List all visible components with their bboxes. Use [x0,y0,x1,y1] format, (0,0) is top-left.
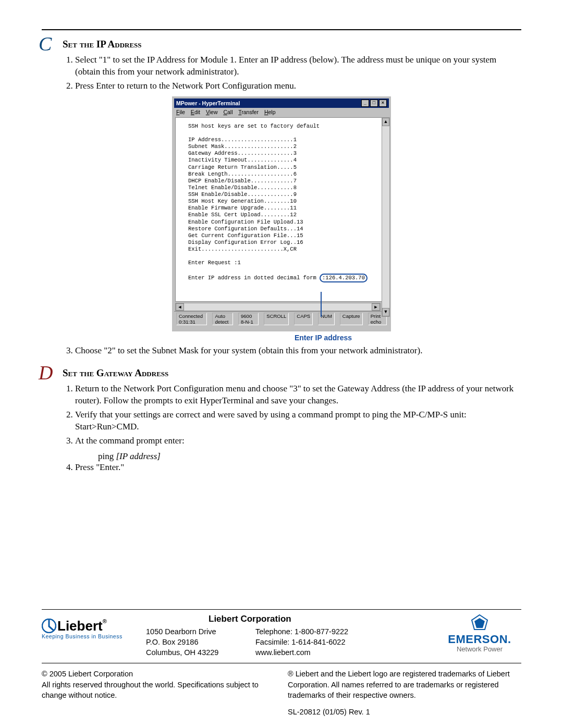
opt-10: SSH Host Key Generation........10 [188,198,297,204]
section-c: C Set the IP Address Select "1" to set t… [42,39,521,357]
section-d-step-3: At the command prompt enter: [75,435,521,447]
hyperterminal-titlebar: MPower - HyperTerminal _ □ × [174,98,389,108]
section-c-letter: C [39,32,52,55]
opt-4: Inactivity Timeout..............4 [188,157,297,163]
terminal-pane[interactable]: SSH host keys are set to factory default… [175,117,388,302]
status-bar: Connected 0:31:31 Auto detect 9600 8-N-1… [174,311,389,326]
opt-8: Telnet Enable/Disable...........8 [188,184,297,191]
section-c-heading: Set the IP Address [63,39,521,50]
section-c-steps-cont: Choose "2" to set the Subnet Mask for yo… [63,345,521,357]
callout-connector [321,292,322,317]
legal-block: © 2005 Liebert Corporation All rights re… [42,663,521,717]
hyperterminal-window: MPower - HyperTerminal _ □ × File Edit V… [172,96,391,331]
section-d-step-3-text: At the command prompt enter: [75,436,185,446]
menu-file[interactable]: File [176,109,185,115]
section-d-step-4: Press "Enter." [75,462,521,474]
corp-tel: Telephone: 1-800-877-9222 [255,626,365,637]
opt-17: Exit.........................X,CR [188,246,297,252]
section-c-step-2: Press Enter to return to the Network Por… [75,80,521,92]
emerson-mark-icon [471,614,488,632]
menu-call[interactable]: Call [223,109,232,115]
opt-7: DHCP Enable/Disable.............7 [188,178,297,184]
menu-transfer[interactable]: Transfer [238,109,259,115]
scroll-up-icon[interactable]: ▲ [382,118,389,126]
section-c-step-3: Choose "2" to set the Subnet Mask for yo… [75,345,521,357]
opt-6: Break Length....................6 [188,171,297,177]
window-controls: _ □ × [361,100,387,107]
section-d-step-1: Return to the Network Port Configuration… [75,383,521,407]
opt-12: Enable SSL Cert Upload.........12 [188,212,297,218]
ping-cmd-a: ping [98,451,116,461]
status-baud: 9600 8-N-1 [238,313,259,325]
section-d-step-2: Verify that your settings are correct an… [75,409,521,433]
section-d-heading: Set the Gateway Address [63,367,521,379]
section-c-steps: Select "1" to set the IP Address for Mod… [63,54,521,92]
emerson-logo: EMERSON. Network Power [438,614,521,653]
scroll-down-icon[interactable]: ▼ [382,308,389,316]
corp-fax: Facsimile: 1-614-841-6022 [255,637,365,647]
legal-right: ® Liebert and the Liebert logo are regis… [288,669,521,717]
section-c-step-1: Select "1" to set the IP Address for Mod… [75,54,521,78]
opt-5: Carriage Return Translation.....5 [188,164,297,170]
opt-2: Subnet Mask.....................2 [188,143,297,150]
corp-address: 1050 Dearborn Drive P.O. Box 29186 Colum… [146,626,255,658]
enter-request-line: Enter Request :1 [188,260,241,266]
status-autodetect: Auto detect [212,313,233,325]
section-d-steps-cont: Press "Enter." [63,462,521,474]
ip-value: :126.4.203.70 [322,275,365,281]
terminal-intro: SSH host keys are set to factory default [188,123,320,129]
doc-number: SL-20812 (01/05) Rev. 1 [288,707,521,717]
emerson-name: EMERSON. [438,633,521,646]
status-scroll: SCROLL [264,313,289,325]
trademark-note: ® Liebert and the Liebert logo are regis… [288,669,521,700]
status-capture: Capture [340,313,363,325]
maximize-icon[interactable]: □ [370,100,378,107]
ping-command: ping [IP address] [98,451,521,462]
hyperterminal-title-text: MPower - HyperTerminal [176,100,240,106]
opt-1: IP Address......................1 [188,137,297,143]
menu-view[interactable]: View [206,109,218,115]
opt-9: SSH Enable/Disable..............9 [188,191,297,198]
section-d: D Set the Gateway Address Return to the … [42,367,521,474]
ip-prompt-prefix: Enter IP address in dotted decimal form [188,275,320,281]
corp-info: Liebert Corporation 1050 Dearborn Drive … [146,614,438,658]
opt-15: Get Current Configuration File...15 [188,232,303,239]
liebert-wordmark: Liebert® [57,618,107,634]
section-d-steps: Return to the Network Port Configuration… [63,383,521,447]
hyperterminal-menu: File Edit View Call Transfer Help [174,108,389,116]
legal-left: © 2005 Liebert Corporation All rights re… [42,669,275,717]
liebert-mark-icon [42,619,56,633]
opt-11: Enable Firmware Upgrade........11 [188,205,297,211]
addr-2: P.O. Box 29186 [146,637,255,647]
ip-value-highlight: :126.4.203.70 [320,274,368,282]
opt-16: Display Configuration Error Log..16 [188,239,303,245]
ip-callout-label: Enter IP address [125,334,521,342]
close-icon[interactable]: × [379,100,387,107]
corp-contact: Telephone: 1-800-877-9222 Facsimile: 1-6… [255,626,365,658]
opt-3: Gateway Address.................3 [188,150,297,156]
liebert-logo: Liebert® Keeping Business in Business [42,614,146,639]
scroll-left-icon[interactable]: ◄ [176,303,184,311]
corp-heading: Liebert Corporation [209,614,438,624]
corp-web: www.liebert.com [255,647,365,658]
horizontal-scrollbar[interactable]: ◄ ► [175,303,381,311]
footer-corporate: Liebert® Keeping Business in Business Li… [42,610,521,664]
emerson-sub: Network Power [438,645,521,653]
top-rule [42,29,521,30]
addr-3: Columbus, OH 43229 [146,647,255,658]
svg-marker-2 [474,618,485,628]
status-caps: CAPS [294,313,313,325]
menu-help[interactable]: Help [264,109,276,115]
opt-13: Enable Configuration File Upload.13 [188,219,303,225]
menu-edit[interactable]: Edit [191,109,200,115]
ping-cmd-b: [IP address] [116,451,160,461]
vertical-scrollbar[interactable]: ▲ ▼ [382,117,390,317]
opt-14: Restore Configuration Defaults...14 [188,226,303,232]
minimize-icon[interactable]: _ [361,100,369,107]
status-connected: Connected 0:31:31 [176,313,207,325]
rights-reserved: All rights reserved throughout the world… [42,680,275,701]
liebert-tagline: Keeping Business in Business [42,633,146,639]
scroll-right-icon[interactable]: ► [372,303,380,311]
addr-1: 1050 Dearborn Drive [146,626,255,637]
section-d-letter: D [39,361,53,384]
